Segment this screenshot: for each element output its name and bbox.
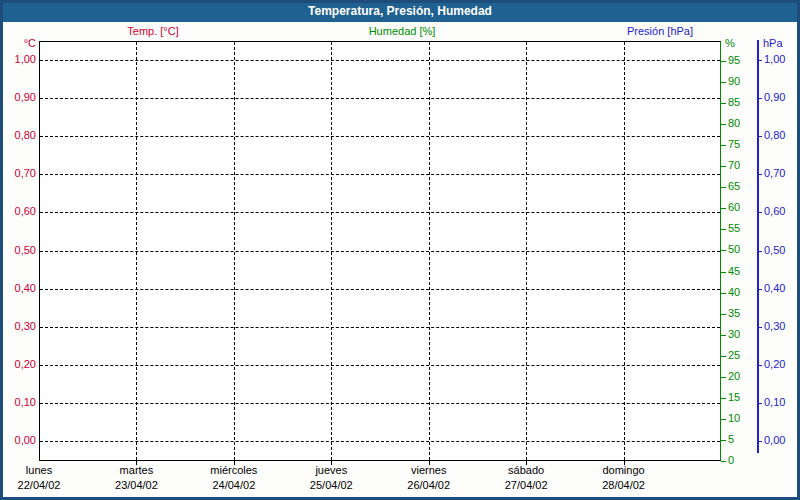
humidity-axis-header: % (725, 37, 735, 49)
humidity-axis-tick-label: 40 (728, 286, 740, 298)
humidity-axis-tick-label: 5 (728, 433, 734, 445)
x-axis-date-label: 25/04/02 (310, 479, 353, 491)
humidity-axis-tick-label: 90 (728, 75, 740, 87)
humidity-axis-tick (721, 124, 726, 125)
humidity-axis-tick (721, 103, 726, 104)
humidity-axis-tick (721, 314, 726, 315)
v-gridline (331, 42, 332, 460)
humidity-axis-tick (721, 377, 726, 378)
temp-axis-tick-label: 0,90 (0, 91, 36, 103)
humidity-axis-tick-label: 55 (728, 222, 740, 234)
humidity-axis-tick (721, 229, 726, 230)
humidity-axis-tick (721, 272, 726, 273)
temp-axis-tick-label: 0,30 (0, 320, 36, 332)
x-axis-date-label: 22/04/02 (18, 479, 61, 491)
h-gridline (40, 441, 720, 442)
humidity-axis-tick-label: 15 (728, 391, 740, 403)
humidity-axis-tick (721, 440, 726, 441)
humidity-axis-tick (721, 356, 726, 357)
temp-axis-tick-label: 0,50 (0, 244, 36, 256)
v-gridline (429, 42, 430, 460)
pressure-axis-tick-label: 0,40 (764, 282, 785, 294)
humidity-axis-tick (721, 419, 726, 420)
x-axis-day-label: viernes (411, 464, 446, 476)
temp-axis-tick-label: 0,80 (0, 129, 36, 141)
humidity-axis-tick-label: 10 (728, 412, 740, 424)
temp-axis-tick-label: 0,20 (0, 358, 36, 370)
x-axis-date-label: 23/04/02 (115, 479, 158, 491)
humidity-axis-tick-label: 80 (728, 117, 740, 129)
humidity-axis-tick-label: 45 (728, 265, 740, 277)
humidity-axis-tick-label: 85 (728, 96, 740, 108)
x-axis-day-label: miércoles (210, 464, 257, 476)
humidity-axis-tick (721, 187, 726, 188)
humidity-axis-tick (721, 166, 726, 167)
humidity-axis-tick (721, 82, 726, 83)
humidity-axis-tick-label: 35 (728, 307, 740, 319)
h-gridline (40, 212, 720, 213)
pressure-axis-tick-label: 1,00 (764, 53, 785, 65)
humidity-axis-tick-label: 60 (728, 201, 740, 213)
pressure-axis-tick-label: 0,50 (764, 244, 785, 256)
humidity-axis-tick (721, 250, 726, 251)
temp-axis-tick-label: 1,00 (0, 53, 36, 65)
v-gridline (234, 42, 235, 460)
pressure-axis-tick-label: 0,30 (764, 320, 785, 332)
humidity-axis-tick-label: 50 (728, 243, 740, 255)
h-gridline (40, 327, 720, 328)
h-gridline (40, 174, 720, 175)
v-gridline (136, 42, 137, 460)
h-gridline (40, 60, 720, 61)
pressure-axis-tick-label: 0,80 (764, 129, 785, 141)
temp-axis-tick-label: 0,70 (0, 167, 36, 179)
x-axis-day-label: lunes (26, 464, 52, 476)
humidity-axis-tick-label: 75 (728, 138, 740, 150)
humidity-axis-tick-label: 20 (728, 370, 740, 382)
h-gridline (40, 289, 720, 290)
pressure-axis-tick-label: 0,60 (764, 205, 785, 217)
pressure-axis-tick-label: 0,10 (764, 396, 785, 408)
humidity-axis-tick (721, 145, 726, 146)
pressure-axis-tick-label: 0,20 (764, 358, 785, 370)
humidity-axis-tick-label: 0 (728, 454, 734, 466)
pressure-axis-tick-label: 0,70 (764, 167, 785, 179)
humidity-axis-tick (721, 461, 726, 462)
x-axis-date-label: 27/04/02 (505, 479, 548, 491)
humidity-axis-tick (721, 398, 726, 399)
h-gridline (40, 251, 720, 252)
temp-axis-tick-label: 0,40 (0, 282, 36, 294)
h-gridline (40, 98, 720, 99)
temp-axis-tick-label: 0,00 (0, 434, 36, 446)
x-axis-day-label: domingo (602, 464, 644, 476)
x-axis-day-label: jueves (315, 464, 347, 476)
humidity-axis-tick (721, 293, 726, 294)
v-gridline (624, 42, 625, 460)
humidity-axis-tick-label: 30 (728, 328, 740, 340)
pressure-axis-header: hPa (763, 37, 783, 49)
weather-chart-window: Temperatura, Presión, Humedad Temp. [°C]… (0, 0, 800, 500)
chart-layer: 1,001,000,900,900,800,800,700,700,600,60… (0, 0, 800, 500)
temp-axis-header: °C (0, 37, 36, 49)
h-gridline (40, 403, 720, 404)
v-gridline (526, 42, 527, 460)
h-gridline (40, 365, 720, 366)
temp-axis-tick-label: 0,10 (0, 396, 36, 408)
pressure-axis-tick-label: 0,90 (764, 91, 785, 103)
humidity-axis-tick (721, 335, 726, 336)
x-axis-day-label: martes (120, 464, 154, 476)
temp-axis-tick-label: 0,60 (0, 205, 36, 217)
pressure-axis-tick-label: 0,00 (764, 434, 785, 446)
x-axis-date-label: 28/04/02 (602, 479, 645, 491)
humidity-axis-tick (721, 61, 726, 62)
x-axis-date-label: 24/04/02 (212, 479, 255, 491)
humidity-axis-tick-label: 95 (728, 54, 740, 66)
pressure-axis-line (757, 40, 759, 453)
x-axis-day-label: sábado (508, 464, 544, 476)
humidity-axis-tick-label: 25 (728, 349, 740, 361)
x-axis-date-label: 26/04/02 (407, 479, 450, 491)
humidity-axis-tick-label: 70 (728, 159, 740, 171)
h-gridline (40, 136, 720, 137)
humidity-axis-tick-label: 65 (728, 180, 740, 192)
humidity-axis-tick (721, 208, 726, 209)
